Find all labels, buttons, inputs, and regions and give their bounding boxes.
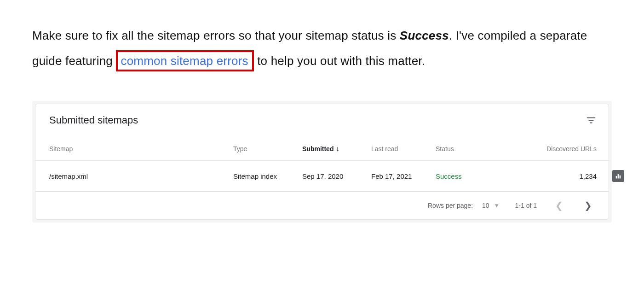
common-sitemap-errors-link[interactable]: common sitemap errors: [116, 50, 253, 71]
svg-rect-4: [618, 174, 619, 178]
filter-icon[interactable]: [586, 115, 597, 126]
rows-per-page: Rows per page: 10 ▼: [428, 202, 500, 209]
sitemaps-panel-container: Submitted sitemaps Sitemap Type Submitte…: [32, 101, 612, 223]
cell-type: Sitemap index: [233, 172, 302, 180]
next-page-button[interactable]: ❯: [581, 200, 595, 211]
cell-status: Success: [436, 172, 514, 180]
rows-per-page-select[interactable]: 10 ▼: [482, 202, 499, 209]
dropdown-arrow-icon: ▼: [494, 202, 500, 209]
rows-per-page-value: 10: [482, 202, 489, 209]
col-submitted[interactable]: Submitted ↓: [302, 145, 371, 153]
panel-title: Submitted sitemaps: [49, 114, 138, 126]
page-range: 1-1 of 1: [515, 202, 537, 209]
col-last-read[interactable]: Last read: [371, 145, 436, 153]
cell-discovered: 1,234: [514, 172, 597, 180]
col-discovered[interactable]: Discovered URLs: [514, 145, 597, 153]
panel-header: Submitted sitemaps: [35, 104, 609, 138]
table-row[interactable]: /sitemap.xml Sitemap index Sep 17, 2020 …: [35, 161, 609, 192]
intro-part3: to help you out with this matter.: [254, 54, 425, 68]
pagination-bar: Rows per page: 10 ▼ 1-1 of 1 ❮ ❯: [35, 192, 609, 219]
cell-chart: [597, 170, 624, 182]
intro-part1: Make sure to fix all the sitemap errors …: [32, 29, 400, 42]
cell-sitemap: /sitemap.xml: [49, 172, 233, 180]
cell-last-read: Feb 17, 2021: [371, 172, 436, 180]
col-status[interactable]: Status: [436, 145, 514, 153]
intro-paragraph: Make sure to fix all the sitemap errors …: [32, 23, 612, 73]
col-submitted-label: Submitted: [302, 145, 334, 153]
cell-submitted: Sep 17, 2020: [302, 172, 371, 180]
sort-arrow-down-icon: ↓: [335, 145, 339, 153]
svg-rect-3: [616, 176, 617, 178]
svg-rect-5: [620, 176, 621, 179]
prev-page-button[interactable]: ❮: [552, 200, 566, 211]
bar-chart-icon[interactable]: [612, 170, 624, 182]
col-type[interactable]: Type: [233, 145, 302, 153]
success-word: Success: [400, 29, 449, 42]
rows-per-page-label: Rows per page:: [428, 202, 473, 209]
col-sitemap[interactable]: Sitemap: [49, 145, 233, 153]
sitemaps-card: Submitted sitemaps Sitemap Type Submitte…: [35, 104, 609, 220]
table-header-row: Sitemap Type Submitted ↓ Last read Statu…: [35, 138, 609, 161]
